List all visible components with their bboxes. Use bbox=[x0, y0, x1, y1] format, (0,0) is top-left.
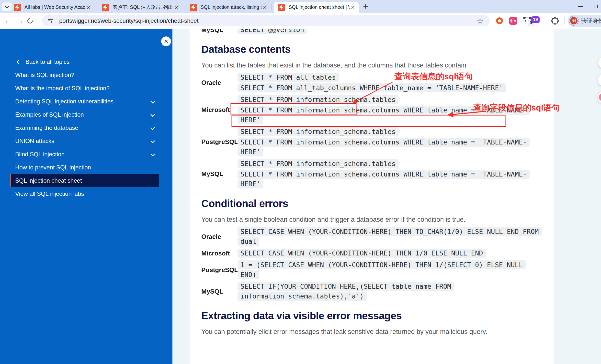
cheatsheet-row: MicrosoftSELECT * FROM information_schem… bbox=[201, 95, 554, 125]
sql-code: SELECT @@version bbox=[238, 29, 307, 34]
code-line: SELECT * FROM information_schema.columns… bbox=[238, 105, 543, 125]
chevron-left-icon bbox=[16, 60, 21, 64]
new-tab-button[interactable]: + bbox=[363, 2, 368, 10]
tab-title: SQL injection cheat sheet | W bbox=[289, 4, 350, 10]
portswigger-favicon bbox=[102, 4, 109, 11]
code-line: SELECT * FROM information_schema.tables bbox=[238, 95, 398, 105]
section-intro: You can potentially elicit error message… bbox=[201, 328, 554, 336]
reload-button[interactable] bbox=[26, 17, 34, 25]
minimize-button[interactable] bbox=[578, 6, 583, 7]
maximize-button[interactable] bbox=[594, 5, 598, 8]
tab-separator bbox=[185, 4, 185, 10]
sidebar-item[interactable]: UNION attacks bbox=[0, 134, 172, 148]
code-line: SELECT @@version bbox=[238, 29, 307, 35]
avatar: 刘 bbox=[570, 17, 578, 24]
tab-close-button[interactable]: × bbox=[85, 4, 92, 11]
sidebar-item[interactable]: Examining the database bbox=[0, 121, 172, 134]
sidebar-item-label: What is SQL injection? bbox=[15, 72, 74, 78]
database-label: MySQL bbox=[201, 29, 238, 34]
browser-tab[interactable]: All labs | Web Security Acade× bbox=[10, 2, 94, 13]
portswigger-favicon bbox=[278, 4, 285, 11]
sidebar-item[interactable]: Blind SQL injection bbox=[0, 148, 172, 161]
cheatsheet-row: MySQLSELECT @@version bbox=[201, 29, 554, 35]
code-stack: 1 = (SELECT CASE WHEN (YOUR-CONDITION-HE… bbox=[238, 260, 543, 280]
sql-code: SELECT * FROM all_tab_columns WHERE tabl… bbox=[238, 83, 506, 92]
puzzle-icon bbox=[551, 17, 559, 25]
floating-button[interactable] bbox=[598, 91, 601, 104]
section-intro: You can test a single boolean condition … bbox=[201, 216, 554, 223]
address-bar[interactable]: portswigger.net/web-security/sql-injecti… bbox=[42, 15, 490, 26]
chevron-down-icon bbox=[150, 125, 155, 130]
lightning-bolt-icon bbox=[279, 5, 284, 10]
database-label: PostgreSQL bbox=[201, 266, 238, 274]
sidebar-item[interactable]: How to prevent SQL injection bbox=[0, 161, 172, 174]
sql-code: SELECT * FROM information_schema.columns… bbox=[238, 170, 530, 188]
cheatsheet-row: PostgreSQL1 = (SELECT CASE WHEN (YOUR-CO… bbox=[201, 260, 554, 280]
sidebar-item[interactable]: View all SQL injection labs bbox=[0, 187, 172, 200]
database-label: MySQL bbox=[201, 170, 238, 178]
sidebar-close-button[interactable]: × bbox=[161, 36, 171, 46]
translate-icon: 中A bbox=[509, 17, 517, 25]
sidebar-item[interactable]: What is SQL injection? bbox=[0, 68, 172, 82]
extension-proxy-icon[interactable] bbox=[496, 13, 503, 29]
section-intro: You can list the tables that exist in th… bbox=[201, 62, 554, 69]
sidebar-item-label: Examples of SQL injection bbox=[15, 111, 84, 118]
cheatsheet-row: MySQLSELECT * FROM information_schema.ta… bbox=[201, 159, 554, 189]
extensions-menu-button[interactable] bbox=[551, 13, 559, 29]
tab-title: SQL injection attack, listing t bbox=[201, 4, 261, 10]
sidebar-item-label: Blind SQL injection bbox=[15, 151, 65, 158]
sidebar-item-label: How to prevent SQL injection bbox=[15, 164, 91, 171]
browser-window: All labs | Web Security Acade×实验室: SQL 注… bbox=[0, 0, 601, 364]
tab-close-button[interactable]: × bbox=[350, 4, 356, 11]
topic-sidebar: × Back to all topics What is SQL injecti… bbox=[0, 29, 172, 364]
sql-code: SELECT * FROM all_tables bbox=[238, 73, 339, 82]
code-line: SELECT CASE WHEN (YOUR-CONDITION-HERE) T… bbox=[238, 227, 543, 246]
sql-code: SELECT * FROM information_schema.tables bbox=[238, 127, 398, 136]
code-stack: SELECT * FROM information_schema.tablesS… bbox=[238, 159, 543, 189]
tab-close-button[interactable]: × bbox=[173, 4, 180, 11]
cheatsheet-row: MySQLSELECT IF(YOUR-CONDITION-HERE,(SELE… bbox=[201, 282, 554, 301]
sql-code: SELECT * FROM information_schema.columns… bbox=[238, 138, 530, 156]
code-line: SELECT * FROM information_schema.columns… bbox=[238, 169, 543, 189]
sidebar-item-label: View all SQL injection labs bbox=[15, 190, 84, 197]
code-stack: SELECT @@version bbox=[238, 29, 543, 35]
code-line: SELECT * FROM all_tables bbox=[238, 73, 339, 82]
cheatsheet-row: MicrosoftSELECT CASE WHEN (YOUR-CONDITIO… bbox=[201, 248, 554, 258]
site-settings-icon[interactable] bbox=[48, 19, 53, 23]
forward-button[interactable]: → bbox=[14, 13, 25, 29]
browser-tab[interactable]: SQL injection cheat sheet | W× bbox=[274, 2, 359, 13]
database-label: Microsoft bbox=[201, 250, 238, 257]
floating-button[interactable] bbox=[598, 57, 601, 69]
code-line: SELECT * FROM all_tab_columns WHERE tabl… bbox=[238, 83, 506, 93]
code-line: SELECT * FROM information_schema.tables bbox=[238, 127, 398, 137]
tab-separator bbox=[97, 4, 97, 10]
sql-code: SELECT IF(YOUR-CONDITION-HERE,(SELECT ta… bbox=[238, 282, 454, 301]
url-text[interactable]: portswigger.net/web-security/sql-injecti… bbox=[59, 17, 477, 24]
sidebar-back-link[interactable]: Back to all topics bbox=[0, 55, 172, 68]
floating-button[interactable] bbox=[598, 74, 601, 86]
cheatsheet-rows: OracleSELECT * FROM all_tablesSELECT * F… bbox=[201, 73, 554, 189]
browser-tab[interactable]: 实验室: SQL 注入攻击, 列出 (× bbox=[98, 2, 182, 13]
code-line: SELECT * FROM information_schema.columns… bbox=[238, 137, 543, 157]
bookmark-star-icon[interactable]: ☆ bbox=[477, 17, 483, 25]
tab-close-button[interactable]: × bbox=[261, 4, 268, 11]
sidebar-item[interactable]: Examples of SQL injection bbox=[0, 108, 172, 121]
sidebar-item[interactable]: Detecting SQL injection vulnerabilities bbox=[0, 95, 172, 108]
back-button[interactable]: ← bbox=[2, 13, 13, 29]
cheatsheet-rows: OracleSELECT CASE WHEN (YOUR-CONDITION-H… bbox=[201, 227, 554, 301]
sidebar-item[interactable]: SQL injection cheat sheet bbox=[10, 174, 159, 187]
database-label: Microsoft bbox=[201, 106, 238, 114]
extension-panda-icon[interactable]: 0 bbox=[523, 13, 531, 29]
sql-code: 1 = (SELECT CASE WHEN (YOUR-CONDITION-HE… bbox=[238, 260, 526, 279]
toolbar-separator bbox=[564, 17, 565, 24]
profile-label: 验证身份 bbox=[581, 17, 601, 25]
page-background: MySQLSELECT @@versionDatabase contentsYo… bbox=[0, 29, 601, 364]
browser-tab[interactable]: SQL injection attack, listing t× bbox=[186, 2, 271, 13]
extension-badge: 19 bbox=[531, 16, 540, 23]
sidebar-back-label: Back to all topics bbox=[25, 58, 69, 65]
extension-translate-icon[interactable]: 中A bbox=[509, 13, 517, 29]
sidebar-item[interactable]: What is the impact of SQL injection? bbox=[0, 82, 172, 95]
sidebar-item-label: UNION attacks bbox=[15, 138, 54, 144]
profile-chip[interactable]: 刘 验证身份 bbox=[567, 15, 601, 27]
portswigger-favicon bbox=[14, 4, 21, 11]
